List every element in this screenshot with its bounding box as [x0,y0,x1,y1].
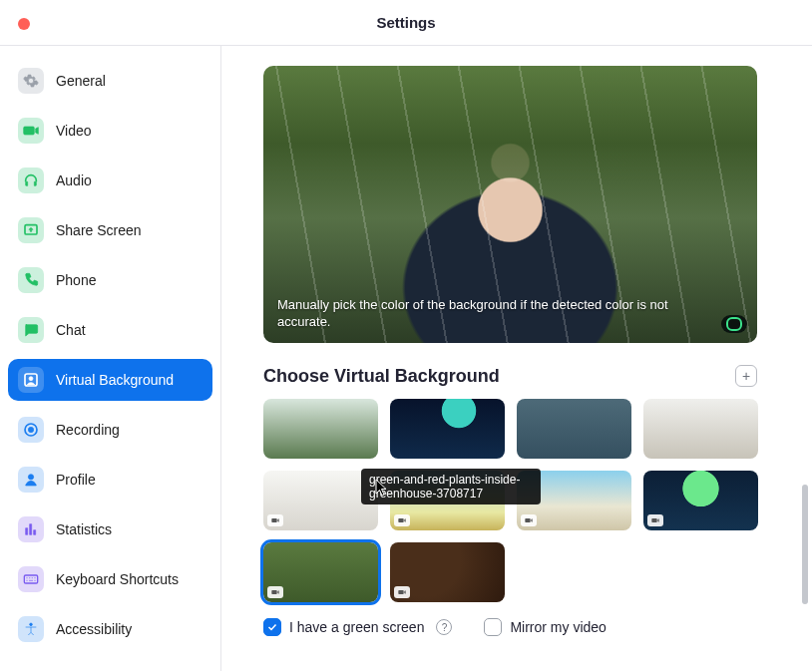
sidebar-item-profile[interactable]: Profile [8,459,212,501]
sidebar-item-label: Chat [56,322,86,338]
titlebar: Settings [0,0,812,46]
svg-point-7 [30,623,33,626]
sidebar-item-label: Profile [56,472,96,488]
sidebar-item-label: Audio [56,172,92,188]
sidebar-item-phone[interactable]: Phone [8,259,212,301]
sidebar-item-label: General [56,73,106,89]
sidebar-item-statistics[interactable]: Statistics [8,508,212,550]
svg-point-4 [28,427,33,432]
sidebar-item-recording[interactable]: Recording [8,409,212,451]
portrait-icon [18,367,44,393]
thumb-field[interactable] [390,471,505,530]
video-icon [18,118,44,144]
video-badge-icon [394,514,410,526]
sidebar-item-label: Video [56,123,92,139]
user-icon [18,467,44,493]
background-thumbnails [263,399,772,602]
preview-hint-text: Manually pick the color of the backgroun… [277,296,707,331]
green-screen-label: I have a green screen [289,619,424,635]
video-badge-icon [267,586,283,598]
record-icon [18,417,44,443]
mirror-video-label: Mirror my video [510,619,606,635]
sidebar-item-audio[interactable]: Audio [8,160,212,201]
sidebar-item-label: Statistics [56,521,112,537]
sidebar-item-label: Accessibility [56,621,132,637]
sidebar-item-label: Virtual Background [56,372,174,388]
sidebar-item-share-screen[interactable]: Share Screen [8,209,212,251]
sidebar-item-accessibility[interactable]: Accessibility [8,608,212,650]
sidebar-item-chat[interactable]: Chat [8,309,212,351]
sidebar-item-video[interactable]: Video [8,110,212,152]
sidebar-item-general[interactable]: General [8,60,212,102]
thumb-office-glass[interactable] [517,399,631,459]
sidebar-item-label: Share Screen [56,222,142,238]
thumb-greenhouse[interactable] [263,399,378,459]
thumb-lobby[interactable] [643,399,758,459]
keyboard-icon [18,566,44,592]
main-panel: Manually pick the color of the backgroun… [221,46,812,671]
thumb-aurora-2[interactable] [643,471,758,530]
help-icon[interactable]: ? [436,619,452,635]
thumb-beach[interactable] [517,471,631,530]
gear-icon [18,68,44,94]
video-badge-icon [521,514,537,526]
svg-point-2 [29,377,33,381]
sidebar: GeneralVideoAudioShare ScreenPhoneChatVi… [0,46,221,671]
window-title: Settings [376,14,435,31]
sidebar-item-label: Keyboard Shortcuts [56,571,179,587]
thumb-reception[interactable] [263,471,378,530]
close-window-icon[interactable] [18,18,30,30]
sidebar-item-label: Recording [56,422,120,438]
video-badge-icon [647,514,663,526]
preview-toggle-icon[interactable] [721,315,747,333]
sidebar-item-label: Phone [56,272,96,288]
sidebar-item-keyboard-shortcuts[interactable]: Keyboard Shortcuts [8,558,212,600]
access-icon [18,616,44,642]
sidebar-item-virtual-background[interactable]: Virtual Background [8,359,212,401]
thumb-coffee-beans[interactable] [390,542,505,602]
chat-icon [18,317,44,343]
screen-icon [18,217,44,243]
thumb-waterfall[interactable] [263,542,378,602]
video-preview: Manually pick the color of the backgroun… [263,66,757,343]
vertical-scrollbar-thumb[interactable] [802,485,808,604]
svg-rect-6 [24,575,37,583]
mirror-video-checkbox[interactable]: Mirror my video [484,618,606,636]
settings-window: Settings GeneralVideoAudioShare ScreenPh… [0,0,812,671]
video-badge-icon [394,586,410,598]
section-title: Choose Virtual Background [263,366,500,387]
video-badge-icon [267,514,283,526]
stats-icon [18,516,44,542]
phone-icon [18,267,44,293]
svg-point-5 [28,475,33,480]
green-screen-checkbox[interactable]: I have a green screen ? [263,618,452,636]
headphones-icon [18,168,44,193]
add-background-button[interactable]: + [735,365,757,387]
thumb-aurora-1[interactable] [390,399,505,459]
